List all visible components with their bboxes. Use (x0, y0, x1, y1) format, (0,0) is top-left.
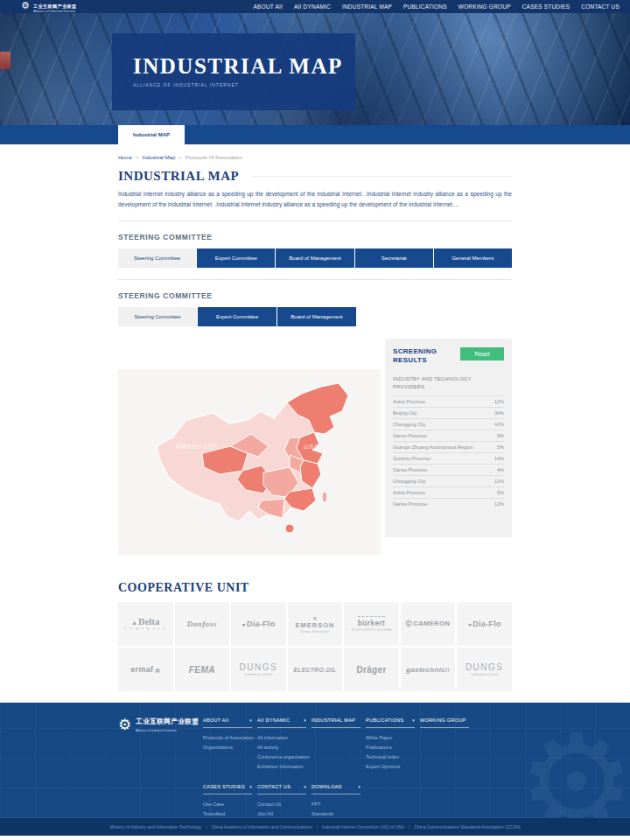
footer-logo-zh: 工业互联网产业联盟 (136, 718, 199, 726)
partner-link[interactable]: Industrial Internet Consortium (IIC) of … (322, 824, 404, 830)
chevron-down-icon: ▾ (249, 784, 252, 789)
aii-gear-icon: ⚙ (21, 1, 30, 10)
nav-about-aii[interactable]: ABOUT AII (254, 4, 283, 10)
footer-link[interactable]: Exhibition information (257, 762, 312, 772)
screening-row: Guizhou Province14% (393, 452, 504, 464)
chevron-down-icon: ▾ (304, 784, 306, 789)
china-choropleth-map[interactable]: 新疆维吾尔自治区 山东省 (118, 369, 381, 555)
footer-link[interactable]: PPT (312, 800, 366, 809)
footer-logo[interactable]: ⚙ 工业互联网产业联盟 Alliance of Industrial Inter… (118, 718, 203, 818)
tab-expert-committee[interactable]: Expert Committee (197, 248, 275, 268)
map-and-results-row: 新疆维吾尔自治区 山东省 SCREENING RESULTS Reset IND… (118, 339, 512, 555)
footer-link[interactable]: All activity (257, 743, 312, 752)
partner-link[interactable]: Ministry of Industry and Information Tec… (109, 824, 201, 830)
logo-dungs[interactable]: DUNGS Combustion Controls (457, 648, 512, 691)
footer-link[interactable]: Expert Opinions (366, 762, 420, 772)
title-divider (251, 176, 512, 177)
nav-contact-us[interactable]: CONTACT US (581, 4, 620, 10)
committee-b-tabs: Steering Committee Expert Committee Boar… (118, 307, 512, 326)
footer-col-industrial-map: INDUSTRIAL MAP (312, 718, 366, 771)
partner-separator: | (317, 824, 318, 830)
footer-link[interactable]: All information (257, 733, 312, 743)
tab-secretariat[interactable]: Secretariat (355, 248, 433, 268)
hero-banner: INDUSTRIAL MAP ALLIANCE OF INDUSTRIAL IN… (0, 13, 630, 125)
logo-title-zh: 工业互联网产业联盟 (33, 4, 77, 9)
logo-electro-oil[interactable]: ELECTRO.OIL (288, 648, 343, 691)
tab-industrial-map[interactable]: Industrial MAP (118, 125, 185, 144)
footer-link[interactable]: Testedbed (203, 809, 257, 818)
cameron-c-icon: Ⓒ (406, 620, 413, 626)
map-region-hainan[interactable] (285, 524, 294, 533)
breadcrumb: Home > Industrial Map > Protocols Of Ass… (118, 155, 512, 160)
page: ⚙ 工业互联网产业联盟 Alliance of Industrial Inter… (0, 0, 630, 840)
tab-general-members[interactable]: General Members (434, 248, 512, 268)
tab-board-of-management[interactable]: Board of Management (277, 307, 356, 326)
logo-dia-flo[interactable]: ●Dia-Flo (457, 602, 512, 646)
footer-link[interactable]: White Paper (366, 733, 420, 743)
tab-steering-committee[interactable]: Steering Committee (118, 307, 197, 326)
footer-links-row-2: CASES STUDIES▾ Use Case Testedbed CONTAC… (203, 784, 612, 818)
reset-button[interactable]: Reset (460, 347, 504, 360)
logo-drager[interactable]: Dräger (344, 648, 399, 691)
nav-working-group[interactable]: WORKING GROUP (458, 4, 511, 10)
map-region-taiwan[interactable] (322, 492, 327, 502)
breadcrumb-industrial-map[interactable]: Industrial Map (143, 155, 176, 160)
page-title: INDUSTRIAL MAP (118, 169, 239, 184)
logo-ermaf[interactable]: ermaf▣ (118, 648, 173, 691)
nav-industrial-map[interactable]: INDUSTRIAL MAP (342, 4, 392, 10)
hero-title: INDUSTRIAL MAP (133, 54, 355, 79)
logo-burkert[interactable]: bürkert FLUID CONTROL SYSTEMS (344, 602, 399, 646)
screening-row: Beijing City34% (393, 407, 504, 418)
tab-steering-committee[interactable]: Steering Committee (118, 248, 196, 268)
footer-link[interactable]: Conference organization (257, 752, 312, 762)
nav-publications[interactable]: PUBLICATIONS (403, 4, 447, 10)
nav-aii-dynamic[interactable]: AII DYNAMIC (294, 4, 331, 10)
logo-dungs[interactable]: DUNGS Combustion Controls (231, 648, 286, 691)
chevron-down-icon: ▾ (412, 718, 415, 723)
delta-triangle-icon: ▲ (131, 620, 137, 626)
partner-separator: | (409, 824, 410, 830)
logo-danfoss[interactable]: Danfoss (175, 602, 230, 646)
page-title-row: INDUSTRIAL MAP (118, 169, 512, 184)
logo-delta[interactable]: ▲Delta C O N T R O L S (118, 602, 173, 646)
partner-link[interactable]: China Academy of Information and Communi… (211, 824, 312, 830)
screening-results-title: SCREENING RESULTS (393, 347, 437, 365)
footer-link[interactable]: Contact Us (257, 800, 312, 809)
partner-separator: | (206, 824, 206, 830)
logo-gastechnic[interactable]: gastechnic// (401, 648, 456, 691)
footer-link[interactable]: Standards (312, 809, 366, 818)
partner-link[interactable]: China Communications Standards Associati… (414, 824, 520, 830)
chevron-down-icon: ▾ (358, 784, 360, 789)
breadcrumb-separator-icon: > (178, 155, 182, 160)
breadcrumb-current: Protocols Of Association (186, 155, 242, 160)
partners-bar: Ministry of Industry and Information Tec… (0, 818, 630, 836)
hero-title-panel: INDUSTRIAL MAP ALLIANCE OF INDUSTRIAL IN… (112, 33, 355, 110)
footer-col-download: DOWNLOAD▾ PPT Standards Technical inform… (312, 784, 366, 818)
china-map-svg[interactable]: 新疆维吾尔自治区 山东省 (118, 369, 381, 555)
footer: ⚙ ⚙ 工业互联网产业联盟 Alliance of Industrial Int… (0, 703, 630, 818)
footer-link[interactable]: Protocols of Association (203, 733, 257, 743)
aii-logo[interactable]: ⚙ 工业互联网产业联盟 Alliance of Industrial Inter… (21, 0, 77, 13)
nav-cases-studies[interactable]: CASES STUDIES (522, 4, 570, 10)
ermaf-square-icon: ▣ (155, 668, 160, 673)
screening-row: Anhui Province12% (393, 396, 504, 407)
breadcrumb-home[interactable]: Home (118, 155, 132, 160)
footer-link[interactable]: Join AII (257, 809, 312, 818)
dia-flo-dot-icon: ● (242, 621, 246, 627)
tab-expert-committee[interactable]: Expert Committee (198, 307, 276, 326)
footer-link[interactable]: Publications (366, 743, 420, 752)
logo-emerson[interactable]: ❄ EMERSON Climate Technologies (288, 602, 343, 646)
main-content: Home > Industrial Map > Protocols Of Ass… (0, 155, 630, 691)
logo-fema[interactable]: FEMA (175, 648, 230, 691)
footer-link[interactable]: Use Case (203, 800, 257, 809)
footer-col-contact-us: CONTACT US▾ Contact Us Join AII (257, 784, 312, 818)
divider (118, 279, 512, 280)
top-navigation: ⚙ 工业互联网产业联盟 Alliance of Industrial Inter… (0, 0, 630, 13)
tab-board-of-management[interactable]: Board of Management (276, 248, 354, 268)
footer-link[interactable]: Organizations (203, 743, 257, 752)
section-tab-bar: Industrial MAP (0, 125, 630, 144)
logo-dia-flo[interactable]: ●Dia-Flo (231, 602, 286, 646)
emerson-icon: ❄ (312, 615, 317, 621)
footer-link[interactable]: Technical Index (366, 752, 420, 762)
logo-cameron[interactable]: ⒸCAMERON (401, 602, 456, 646)
